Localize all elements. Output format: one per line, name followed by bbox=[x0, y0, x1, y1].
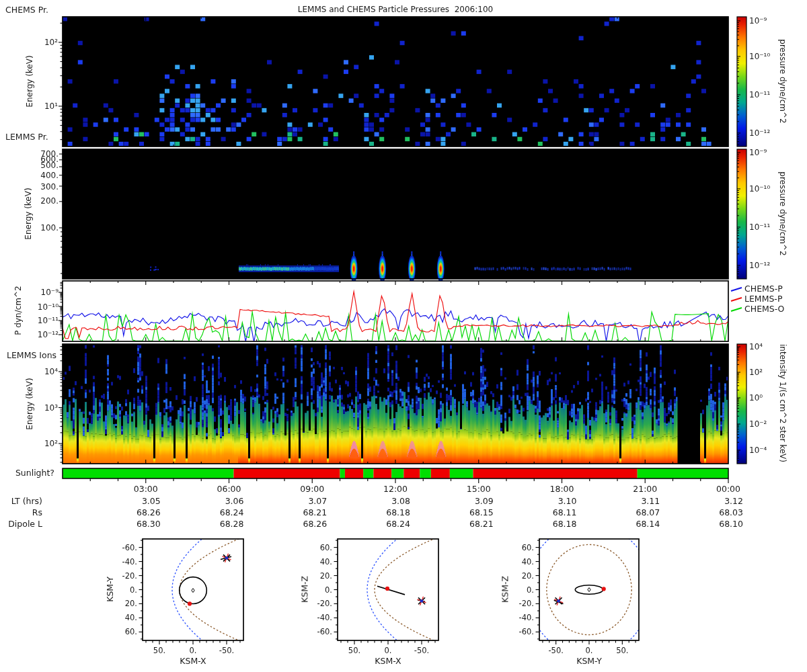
cbar1-ticks-2: 10⁻¹¹ bbox=[749, 91, 770, 99]
p2-yticks-2: 500. bbox=[40, 161, 59, 170]
p1-yticks-0: 10² bbox=[44, 38, 58, 47]
sunlight-row-label: Sunlight? bbox=[15, 468, 54, 477]
cbar1-ticks-0: 10⁻⁹ bbox=[749, 17, 767, 26]
row-value-2-4: 68.21 bbox=[469, 519, 494, 528]
cbar1-ticks-3: 10⁻¹² bbox=[749, 129, 770, 138]
time-tick-label-5: 18:00 bbox=[549, 485, 574, 493]
row-label-0: LT (hrs) bbox=[11, 497, 42, 505]
row-value-0-6: 3.11 bbox=[641, 497, 660, 505]
time-tick-label-4: 15:00 bbox=[467, 485, 491, 493]
p3-yticks-3: 10⁻¹² bbox=[38, 331, 59, 339]
time-tick-label-6: 21:00 bbox=[633, 485, 657, 493]
p4-yticks-0: 10⁴ bbox=[44, 368, 58, 376]
p4-yticks-2: 10² bbox=[44, 439, 58, 448]
row-label-1: Rs bbox=[32, 508, 42, 517]
chems-pr-panel-label: CHEMS Pr. bbox=[5, 5, 48, 14]
lemms-ions-panel-label: LEMMS Ions bbox=[7, 351, 56, 360]
row-value-0-0: 3.05 bbox=[142, 497, 161, 505]
row-value-1-6: 68.07 bbox=[636, 508, 660, 517]
p2-yticks-4: 300. bbox=[40, 183, 59, 192]
row-value-1-5: 68.11 bbox=[553, 508, 577, 517]
row-value-1-7: 68.03 bbox=[719, 508, 743, 517]
row-value-0-1: 3.06 bbox=[225, 497, 244, 505]
cbar2-ticks-3: 10⁻¹² bbox=[749, 261, 770, 270]
row-value-1-2: 68.21 bbox=[303, 508, 327, 517]
cbar1-ticks-1: 10⁻¹⁰ bbox=[749, 52, 770, 61]
colorbar-intensity-label: intensity 1/(s cm^2 ster keV) bbox=[779, 344, 787, 462]
cbar4-ticks-1: 10² bbox=[749, 368, 763, 377]
plots-canvas bbox=[0, 0, 807, 672]
cbar4-ticks-3: 10⁻² bbox=[749, 420, 767, 429]
time-tick-label-3: 12:00 bbox=[383, 485, 408, 493]
page-title: LEMMS and CHEMS Particle Pressures 2006:… bbox=[298, 5, 493, 14]
legend-label-lemms-p: LEMMS-P bbox=[744, 294, 782, 303]
p2-yticks-5: 200. bbox=[40, 197, 59, 206]
time-tick-label-0: 03:00 bbox=[134, 485, 158, 493]
row-value-0-5: 3.10 bbox=[558, 497, 577, 505]
time-tick-label-2: 09:00 bbox=[300, 485, 324, 493]
ksm-x-axis-label-left: KSM-X bbox=[180, 657, 206, 665]
energy-axis-label-lemms: Energy (keV) bbox=[24, 187, 33, 239]
cbar2-ticks-0: 10⁻⁹ bbox=[749, 149, 767, 157]
energy-axis-label-ions: Energy (keV) bbox=[26, 378, 34, 429]
row-value-0-3: 3.08 bbox=[391, 497, 410, 505]
p3-yticks-1: 10⁻¹⁰ bbox=[38, 303, 59, 312]
time-tick-label-1: 06:00 bbox=[217, 485, 241, 493]
p2-yticks-6: 100. bbox=[40, 224, 59, 233]
ksm-x-axis-label-middle: KSM-X bbox=[375, 657, 401, 665]
row-value-0-7: 3.12 bbox=[724, 497, 743, 505]
colorbar-pressure-label-2: pressure dyne/cm^2 bbox=[779, 171, 787, 255]
ksm-z-axis-label-right: KSM-Z bbox=[500, 576, 509, 603]
legend-label-chems-o: CHEMS-O bbox=[744, 304, 784, 313]
row-value-0-2: 3.07 bbox=[308, 497, 327, 505]
cbar2-ticks-1: 10⁻¹⁰ bbox=[749, 185, 770, 194]
row-value-2-1: 68.28 bbox=[220, 519, 244, 528]
row-value-0-4: 3.09 bbox=[475, 497, 494, 505]
row-value-1-4: 68.15 bbox=[469, 508, 494, 517]
p4-yticks-1: 10³ bbox=[44, 404, 58, 413]
row-label-2: Dipole L bbox=[8, 519, 42, 528]
row-value-2-7: 68.10 bbox=[719, 519, 743, 528]
row-value-2-0: 68.30 bbox=[137, 519, 161, 528]
pressure-axis-label: P dyn/cm^2 bbox=[14, 286, 23, 335]
row-value-1-1: 68.24 bbox=[220, 508, 244, 517]
row-value-2-5: 68.18 bbox=[553, 519, 577, 528]
p2-yticks-3: 400. bbox=[40, 171, 59, 180]
energy-axis-label-chems: Energy (keV) bbox=[26, 55, 34, 107]
cbar2-ticks-2: 10⁻¹¹ bbox=[749, 223, 770, 232]
row-value-1-3: 68.18 bbox=[386, 508, 410, 517]
cbar4-ticks-0: 10⁴ bbox=[749, 343, 763, 351]
ksm-y-axis-label-right: KSM-Y bbox=[576, 657, 602, 665]
time-tick-label-7: 00:00 bbox=[716, 485, 740, 493]
figure-root: LEMMS and CHEMS Particle Pressures 2006:… bbox=[0, 0, 807, 672]
colorbar-pressure-label-1: pressure dyne/cm^2 bbox=[779, 39, 787, 123]
row-value-2-3: 68.24 bbox=[386, 519, 410, 528]
ksm-y-axis-label: KSM-Y bbox=[106, 577, 114, 602]
lemms-pr-panel-label: LEMMS Pr. bbox=[5, 132, 48, 141]
row-value-2-6: 68.14 bbox=[636, 519, 660, 528]
legend-label-chems-p: CHEMS-P bbox=[744, 284, 783, 293]
cbar4-ticks-4: 10⁻⁴ bbox=[749, 446, 767, 455]
cbar4-ticks-2: 10⁰ bbox=[749, 394, 763, 403]
p1-yticks-1: 10¹ bbox=[44, 102, 58, 111]
p3-yticks-0: 10⁻⁹ bbox=[41, 288, 59, 297]
p3-yticks-2: 10⁻¹¹ bbox=[38, 317, 59, 325]
row-value-2-2: 68.26 bbox=[303, 519, 327, 528]
ksm-z-axis-label-middle: KSM-Z bbox=[300, 576, 309, 603]
row-value-1-0: 68.26 bbox=[137, 508, 161, 517]
